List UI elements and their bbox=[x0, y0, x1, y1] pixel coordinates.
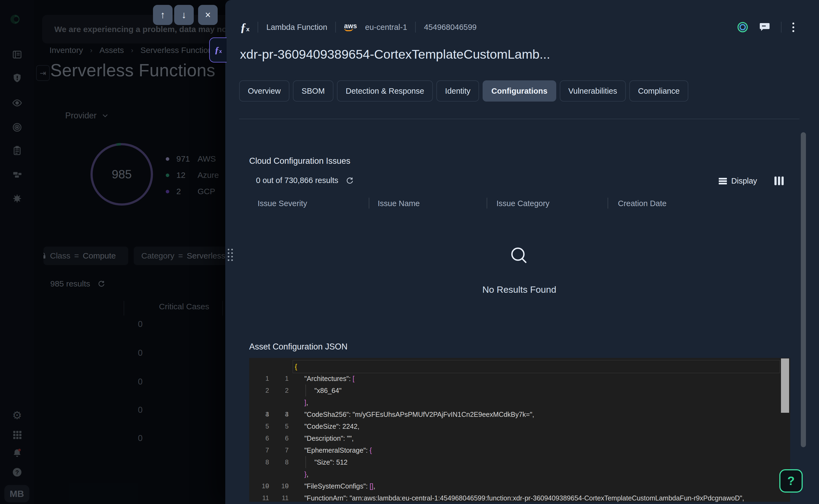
refresh-icon[interactable] bbox=[345, 177, 353, 185]
app-root: ⚙ ? MB We are experiencing a problem, da… bbox=[0, 0, 819, 504]
code-line: 1010 }, bbox=[249, 468, 790, 480]
close-panel-button[interactable]: × bbox=[198, 5, 218, 25]
panel-scrollbar-thumb[interactable] bbox=[801, 132, 806, 447]
tabs-divider bbox=[239, 119, 799, 119]
search-icon bbox=[509, 246, 530, 266]
manage-columns-icon[interactable] bbox=[774, 177, 784, 185]
header-divider bbox=[257, 22, 258, 33]
tab-vulnerabilities[interactable]: Vulnerabilities bbox=[560, 80, 626, 102]
code-line: 11 { bbox=[249, 361, 790, 373]
display-button[interactable]: Display bbox=[719, 177, 757, 185]
tab-configurations[interactable]: Configurations bbox=[483, 80, 556, 102]
issues-section-heading: Cloud Configuration Issues bbox=[249, 156, 350, 166]
col-issue-severity[interactable]: Issue Severity bbox=[257, 199, 307, 208]
code-line: 77 "Description": "", bbox=[249, 432, 790, 444]
lambda-fx-icon: ƒx bbox=[214, 45, 222, 55]
code-line: 22 "Architectures": [ bbox=[249, 373, 790, 385]
prev-asset-button[interactable]: ↑ bbox=[153, 5, 172, 25]
col-issue-category[interactable]: Issue Category bbox=[497, 199, 550, 208]
column-divider[interactable] bbox=[487, 198, 487, 209]
header-divider bbox=[415, 22, 416, 33]
code-line: 66 "CodeSize": 2242, bbox=[249, 420, 790, 432]
col-creation-date[interactable]: Creation Date bbox=[618, 199, 667, 208]
json-code-viewer[interactable]: 11 { 22 "Architectures": [ 33 "x86_64" 4… bbox=[249, 358, 790, 502]
lambda-function-icon: ƒx bbox=[240, 20, 249, 34]
column-divider[interactable] bbox=[369, 198, 369, 209]
tab-detection-response[interactable]: Detection & Response bbox=[337, 80, 433, 102]
empty-state: No Results Found bbox=[465, 246, 574, 295]
panel-tabs: Overview SBOM Detection & Response Ident… bbox=[239, 80, 688, 102]
code-line: 55 "CodeSha256": "m/yGFEsUhsAPsPMUfV2PAj… bbox=[249, 408, 790, 420]
code-line: 1212 "FunctionArn": "arn:aws:lambda:eu-c… bbox=[249, 492, 790, 502]
tab-overview[interactable]: Overview bbox=[239, 80, 289, 102]
lambda-panel-tab[interactable]: ƒx bbox=[209, 37, 227, 62]
code-line: 44 ], bbox=[249, 396, 790, 408]
json-section-heading: Asset Configuration JSON bbox=[249, 342, 347, 352]
code-line: 88 "EphemeralStorage": { bbox=[249, 444, 790, 456]
account-id-label: 454968046599 bbox=[424, 23, 477, 32]
panel-actions bbox=[737, 20, 794, 34]
asset-title: xdr-pr-3609409389654-CortexTemplateCusto… bbox=[240, 47, 783, 62]
panel-header: ƒx Lambda Function aws eu-central-1 4549… bbox=[240, 19, 477, 35]
code-line: 33 "x86_64" bbox=[249, 385, 790, 396]
col-issue-name[interactable]: Issue Name bbox=[378, 199, 420, 208]
column-divider[interactable] bbox=[608, 198, 608, 209]
ai-ring-icon[interactable] bbox=[737, 21, 748, 33]
tab-compliance[interactable]: Compliance bbox=[629, 80, 688, 102]
issues-results-summary: 0 out of 730,866 results bbox=[256, 176, 353, 185]
code-line: 1111 "FileSystemConfigs": [], bbox=[249, 480, 790, 492]
actions-divider bbox=[781, 22, 782, 33]
chat-icon[interactable] bbox=[759, 22, 770, 32]
asset-type-label: Lambda Function bbox=[266, 23, 327, 32]
no-results-text: No Results Found bbox=[465, 284, 574, 295]
header-divider bbox=[335, 22, 336, 33]
tab-sbom[interactable]: SBOM bbox=[293, 80, 333, 102]
modal-dim-overlay bbox=[0, 0, 225, 504]
region-label: eu-central-1 bbox=[365, 23, 407, 32]
code-scrollbar-thumb[interactable] bbox=[781, 358, 789, 413]
aws-logo-icon: aws bbox=[344, 23, 357, 31]
next-asset-button[interactable]: ↓ bbox=[174, 5, 194, 25]
panel-resize-handle[interactable] bbox=[228, 249, 233, 261]
tab-identity[interactable]: Identity bbox=[437, 80, 479, 102]
more-options-icon[interactable] bbox=[792, 21, 794, 34]
help-button[interactable]: ? bbox=[779, 469, 803, 493]
code-line: 99 "Size": 512 bbox=[249, 456, 790, 468]
display-rows-icon bbox=[719, 178, 727, 185]
